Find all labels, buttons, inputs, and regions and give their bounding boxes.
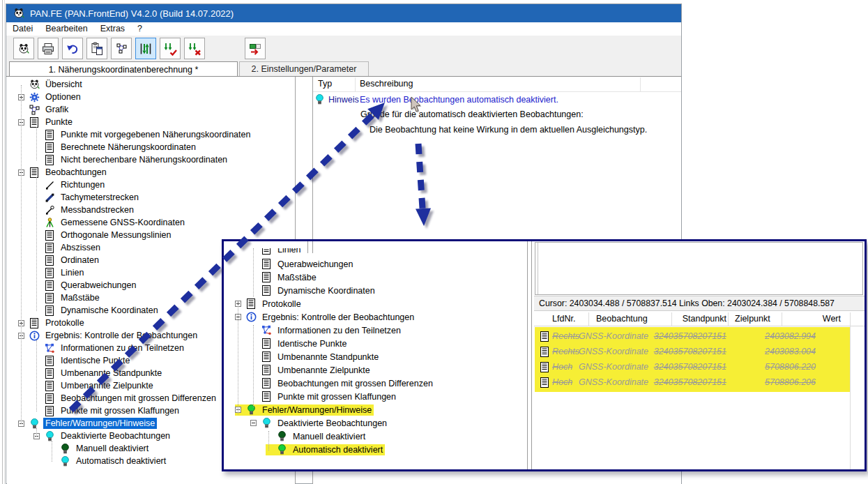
table-row[interactable]: RechtsGNSS-Koordinate3240357082071512403… bbox=[534, 329, 865, 345]
tree-item[interactable]: Punkte mit vorgegebenen Näherungskoordin… bbox=[7, 128, 295, 141]
tree-item[interactable]: Beobachtungen bbox=[7, 166, 295, 179]
tab-naeherungskoordinatenberechnung[interactable]: 1. Näherungskoordinatenberechnung * bbox=[9, 61, 238, 77]
tree-item-label: Ordinaten bbox=[59, 255, 101, 266]
list-icon bbox=[29, 117, 40, 128]
expander-minus-icon[interactable] bbox=[250, 420, 257, 426]
list-icon bbox=[29, 167, 40, 178]
tab-einstellungen-parameter[interactable]: 2. Einstellungen/Parameter bbox=[239, 61, 369, 76]
tree-item-label: Optionen bbox=[43, 91, 83, 103]
list-icon bbox=[540, 347, 550, 357]
toolbar-button-paste[interactable] bbox=[86, 38, 107, 59]
menu-item-datei[interactable]: Datei bbox=[6, 22, 39, 36]
toolbar-button-undo[interactable] bbox=[62, 38, 83, 59]
column-divider bbox=[355, 77, 356, 92]
list-icon bbox=[45, 305, 55, 316]
tree-item[interactable]: Richtungen bbox=[7, 179, 295, 191]
toolbar-button-compute-check[interactable] bbox=[160, 38, 181, 59]
tree-item[interactable]: Maßstäbe bbox=[224, 271, 525, 284]
tree-item[interactable]: Protokolle bbox=[224, 297, 525, 310]
graph-icon bbox=[116, 43, 127, 54]
list-icon bbox=[261, 259, 272, 269]
toolbar-button-printer[interactable] bbox=[38, 38, 59, 59]
bulb-cyan-icon bbox=[60, 456, 70, 467]
tree-item[interactable]: Umbenannte Standpunkte bbox=[224, 350, 525, 363]
col-lfdnr[interactable]: LfdNr. bbox=[552, 314, 575, 324]
bulb-cyan-icon bbox=[315, 94, 324, 105]
compute-cancel-icon bbox=[187, 42, 202, 56]
tree-item[interactable]: Querabweichungen bbox=[224, 257, 525, 271]
tree-item-label: Informationen zu den Teilnetzen bbox=[275, 325, 403, 336]
list-icon bbox=[45, 280, 55, 291]
tree-item[interactable]: Nicht berechenbare Näherungskoordinaten bbox=[7, 153, 295, 166]
tree-item[interactable]: Übersicht bbox=[7, 78, 295, 91]
list-icon bbox=[261, 248, 272, 255]
col-zielpunkt[interactable]: Zielpunkt bbox=[735, 314, 770, 324]
cell-wert: 2403083.004 bbox=[743, 347, 816, 356]
tree-item[interactable]: Messbandstrecken bbox=[7, 204, 295, 216]
table-row[interactable]: HochGNSS-Koordinate324035708207151570880… bbox=[534, 375, 865, 391]
tape-icon bbox=[45, 205, 55, 215]
observations-table: LfdNr. Beobachtung Standpunkt Zielpunkt … bbox=[534, 312, 865, 469]
tree-guide bbox=[36, 177, 37, 311]
column-divider bbox=[782, 312, 782, 326]
undo-icon bbox=[66, 42, 79, 56]
menu-item-hilfe[interactable]: ? bbox=[131, 22, 149, 36]
cell-standpunkt: 324035708207151 bbox=[639, 331, 726, 341]
tree-item[interactable]: Tachymeterstrecken bbox=[7, 191, 295, 204]
tree-item-label: Ergebnis: Kontrolle der Beobachtungen bbox=[43, 330, 199, 341]
list-icon bbox=[45, 155, 55, 165]
tree-item-label: Querabweichungen bbox=[59, 280, 138, 291]
inset-splitter[interactable] bbox=[531, 241, 532, 469]
col-standpunkt[interactable]: Standpunkt bbox=[639, 314, 726, 324]
list-icon bbox=[45, 356, 55, 366]
tree-item[interactable]: Grafik bbox=[7, 103, 295, 116]
list-icon bbox=[540, 377, 550, 388]
details-line-gruende: Gründe für die automatisch deaktivierten… bbox=[360, 109, 584, 119]
menu-item-bearbeiten[interactable]: Bearbeiten bbox=[39, 22, 93, 36]
column-divider bbox=[640, 77, 641, 92]
toolbar-button-panda[interactable] bbox=[13, 38, 34, 59]
tree-item[interactable]: Optionen bbox=[7, 91, 295, 103]
tree-item[interactable]: Identische Punkte bbox=[224, 337, 525, 350]
tree-item[interactable]: Umbenannte Zielpunkte bbox=[224, 363, 525, 377]
list-icon bbox=[45, 130, 55, 140]
tree-item-label: Identische Punkte bbox=[59, 355, 132, 366]
inset-splitter[interactable] bbox=[527, 241, 528, 469]
tree-item[interactable]: Informationen zu den Teilnetzen bbox=[224, 324, 525, 337]
tree-guide bbox=[52, 441, 52, 462]
tree-item-label: Beobachtungen bbox=[43, 167, 109, 178]
tree-item-label: Abszissen bbox=[59, 242, 102, 253]
tree-item[interactable]: Punkte bbox=[7, 116, 295, 128]
tree-item-label: Linien bbox=[275, 248, 303, 255]
toolbar-button-export[interactable] bbox=[245, 38, 266, 59]
tree-item[interactable]: Fehler/Warnungen/Hinweise bbox=[224, 403, 525, 416]
tree-item[interactable]: Punkte mit grossen Klaffungen bbox=[224, 390, 525, 403]
list-icon bbox=[45, 268, 55, 278]
column-header-typ[interactable]: Typ bbox=[318, 79, 332, 89]
tree-item[interactable]: Dynamische Koordinaten bbox=[224, 284, 525, 297]
tree-item-label: Tachymeterstrecken bbox=[59, 192, 141, 203]
tree-item-label: Dynamische Koordinaten bbox=[275, 285, 377, 296]
table-row[interactable]: HochGNSS-Koordinate324035708207151570880… bbox=[534, 360, 865, 375]
tree-item[interactable]: Deaktivierte Beobachtungen bbox=[224, 416, 525, 430]
menu-item-extras[interactable]: Extras bbox=[94, 22, 131, 36]
tree-item[interactable]: Berechnete Näherungskoordinaten bbox=[7, 141, 295, 153]
tree-item[interactable]: Gemessene GNSS-Koordinaten bbox=[7, 216, 295, 229]
cell-component: Hoch bbox=[552, 377, 572, 387]
table-row[interactable]: RechtsGNSS-Koordinate3240357082071512403… bbox=[534, 345, 865, 360]
col-wert[interactable]: Wert bbox=[768, 314, 841, 324]
column-divider bbox=[728, 312, 729, 326]
tree-item[interactable]: Ergebnis: Kontrolle der Beobachtungen bbox=[224, 310, 525, 324]
toolbar-button-fit-view[interactable] bbox=[135, 38, 156, 59]
column-header-beschreibung[interactable]: Beschreibung bbox=[360, 79, 413, 89]
tree-item[interactable]: Linien bbox=[224, 248, 525, 256]
toolbar-button-graph[interactable] bbox=[111, 38, 132, 59]
screenshot-stage: PAN.FE (PAN.FrontEnd) V4.2.0 (Build 14.0… bbox=[0, 0, 868, 484]
details-message-link[interactable]: Es wurden Beobachtungen automatisch deak… bbox=[360, 95, 558, 105]
panda-app-icon bbox=[13, 8, 24, 19]
tree-item-label: Punkte bbox=[43, 116, 75, 128]
tree-item[interactable]: Beobachtungen mit grossen Differenzen bbox=[224, 377, 525, 390]
toolbar-button-compute-cancel[interactable] bbox=[184, 38, 205, 59]
details-header: Typ Beschreibung bbox=[313, 77, 681, 92]
tree-item-label: Protokolle bbox=[260, 298, 303, 310]
